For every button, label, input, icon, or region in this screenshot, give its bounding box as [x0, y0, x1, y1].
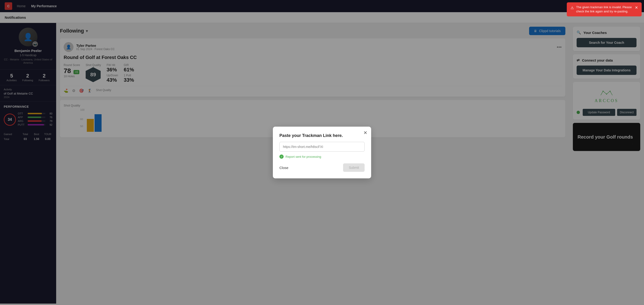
modal-actions: Close Submit	[280, 164, 364, 172]
modal-close-btn[interactable]: ✕	[364, 130, 368, 136]
toast-message: The given trackman link is invalid. Plea…	[576, 5, 632, 14]
trackman-link-input[interactable]	[280, 142, 364, 152]
warning-icon: ⚠	[570, 6, 574, 10]
modal-close-label-btn[interactable]: Close	[280, 166, 288, 170]
modal-title: Paste your Trackman Link here.	[280, 133, 364, 138]
success-message-row: ✓ Report sent for processing	[280, 154, 364, 159]
success-message: Report sent for processing	[286, 155, 321, 158]
error-toast: ⚠ The given trackman link is invalid. Pl…	[567, 2, 642, 16]
success-check-icon: ✓	[280, 154, 284, 159]
modal-overlay[interactable]: Paste your Trackman Link here. ✕ ✓ Repor…	[0, 0, 644, 304]
modal-submit-btn[interactable]: Submit	[343, 164, 364, 172]
toast-close-btn[interactable]: ✕	[635, 5, 638, 10]
trackman-modal: Paste your Trackman Link here. ✕ ✓ Repor…	[273, 127, 371, 178]
